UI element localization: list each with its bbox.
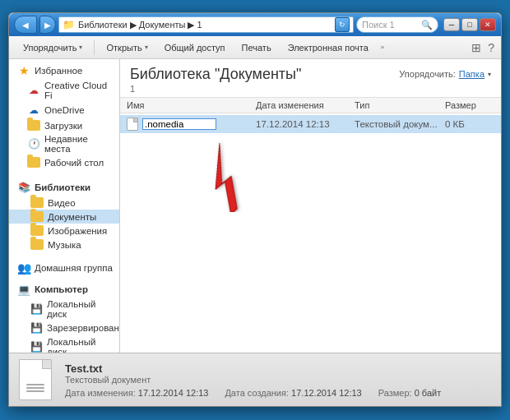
address-text: Библиотеки ▶ Документы ▶ 1 — [78, 20, 332, 30]
sidebar-section-libraries: 📚 Библиотеки — [9, 179, 119, 196]
folder-icon — [30, 197, 44, 208]
file-size: 0 КБ — [445, 119, 494, 129]
status-meta: Дата изменения: 17.12.2014 12:13 Дата со… — [65, 388, 491, 398]
sort-chevron-icon: ▾ — [488, 71, 491, 78]
computer-group: 💻 Компьютер 💾 Локальный диск 💾 Зарезерви… — [9, 281, 119, 353]
sidebar-item-local-disk-1[interactable]: 💾 Локальный диск — [9, 298, 119, 321]
rename-input[interactable] — [142, 118, 216, 130]
sidebar-item-images[interactable]: Изображения — [9, 224, 119, 238]
minimize-button[interactable]: ─ — [443, 18, 460, 31]
sidebar-item-label: Рабочий стол — [44, 158, 104, 168]
email-button[interactable]: Электронная почта — [280, 39, 376, 57]
status-file-line — [26, 390, 44, 392]
status-file-lines — [26, 384, 44, 392]
sidebar-item-documents[interactable]: Документы — [9, 210, 119, 224]
status-file-line — [26, 387, 44, 389]
sidebar-item-label: Creative Cloud Fi — [44, 81, 114, 100]
sidebar-section-label: Компьютер — [35, 284, 88, 294]
refresh-icon: ↻ — [339, 21, 345, 29]
status-filename: Test.txt — [65, 362, 491, 375]
sidebar-item-desktop[interactable]: Рабочий стол — [9, 155, 119, 169]
forward-button[interactable]: ▶ — [39, 16, 56, 34]
sidebar-item-reserved[interactable]: 💾 Зарезервирован... — [9, 321, 119, 335]
folder-icon: 📁 — [63, 19, 75, 30]
window-controls: ─ □ ✕ — [443, 18, 496, 31]
sort-value[interactable]: Папка — [459, 69, 484, 79]
sidebar-item-creative-cloud[interactable]: ☁ Creative Cloud Fi — [9, 79, 119, 102]
statusbar: Test.txt Текстовый документ Дата изменен… — [9, 353, 501, 406]
favorites-group: ★ Избранное ☁ Creative Cloud Fi ☁ OneDri… — [9, 62, 119, 169]
refresh-button[interactable]: ↻ — [335, 17, 350, 32]
sidebar-item-label: Избранное — [35, 66, 82, 76]
sidebar-item-onedrive[interactable]: ☁ OneDrive — [9, 102, 119, 118]
open-button[interactable]: Открыть ▾ — [99, 39, 155, 57]
sidebar-item-label: Локальный диск — [47, 299, 114, 319]
cloud-icon: ☁ — [27, 104, 40, 117]
sidebar-item-music[interactable]: Музыка — [9, 238, 119, 252]
sidebar-section-computer: 💻 Компьютер — [9, 281, 119, 298]
drive-icon: 💾 — [30, 322, 43, 334]
sidebar-item-favorites[interactable]: ★ Избранное — [9, 62, 119, 79]
table-row[interactable]: 17.12.2014 12:13 Текстовый докум... 0 КБ — [120, 115, 501, 133]
star-icon: ★ — [17, 64, 30, 77]
computer-icon: 💻 — [17, 283, 30, 296]
folder-icon — [30, 225, 44, 236]
sort-control: Упорядочить: Папка ▾ — [399, 69, 491, 79]
library-count: 1 — [130, 84, 301, 94]
folder-icon — [27, 157, 40, 168]
sidebar-item-downloads[interactable]: Загрузки — [9, 118, 119, 132]
explorer-window: ◀ ▶ 📁 Библиотеки ▶ Документы ▶ 1 ↻ Поиск… — [8, 12, 502, 407]
sidebar-item-label: Недавние места — [44, 134, 114, 154]
titlebar: ◀ ▶ 📁 Библиотеки ▶ Документы ▶ 1 ↻ Поиск… — [9, 13, 501, 36]
status-file-line — [26, 384, 44, 385]
address-bar[interactable]: 📁 Библиотеки ▶ Документы ▶ 1 ↻ — [58, 16, 354, 33]
help-icon[interactable]: ? — [488, 41, 494, 54]
file-type: Текстовый докум... — [355, 119, 445, 129]
col-header-size[interactable]: Размер — [445, 100, 494, 110]
sidebar-item-homegroup[interactable]: 👥 Домашняя группа — [9, 260, 119, 276]
library-icon: 📚 — [17, 181, 30, 194]
content-header: Библиотека "Документы" 1 Упорядочить: Па… — [120, 59, 501, 98]
search-placeholder: Поиск 1 — [362, 20, 395, 30]
more-icon: » — [381, 44, 384, 51]
back-button[interactable]: ◀ — [14, 16, 37, 34]
close-button[interactable]: ✕ — [480, 18, 496, 31]
sidebar-item-recent[interactable]: 🕐 Недавние места — [9, 132, 119, 155]
status-info: Test.txt Текстовый документ Дата изменен… — [65, 362, 491, 398]
maximize-button[interactable]: □ — [461, 18, 478, 31]
status-date-created: Дата создания: 17.12.2014 12:13 — [225, 388, 361, 398]
main-area: ★ Избранное ☁ Creative Cloud Fi ☁ OneDri… — [9, 59, 501, 353]
content-panel: Библиотека "Документы" 1 Упорядочить: Па… — [120, 59, 501, 353]
arrow-shape — [191, 143, 259, 212]
sidebar-item-label: Изображения — [48, 226, 107, 236]
sidebar-item-label: Локальный диск — [47, 337, 114, 353]
libraries-group: 📚 Библиотеки Видео Документы Изображения — [9, 179, 119, 252]
sidebar-section-label: Библиотеки — [35, 182, 90, 192]
organize-button[interactable]: Упорядочить ▾ — [16, 39, 90, 57]
sidebar-item-video[interactable]: Видео — [9, 196, 119, 210]
folder-icon — [27, 120, 40, 131]
print-button[interactable]: Печать — [234, 39, 279, 57]
file-name-cell — [127, 118, 256, 131]
share-button[interactable]: Общий доступ — [157, 39, 233, 57]
library-title: Библиотека "Документы" — [130, 66, 301, 83]
file-list: 17.12.2014 12:13 Текстовый докум... 0 КБ — [120, 113, 501, 353]
sidebar-item-label: Видео — [48, 198, 76, 208]
column-headers: Имя Дата изменения Тип Размер — [120, 98, 501, 113]
search-bar[interactable]: Поиск 1 🔍 — [356, 16, 438, 33]
back-icon: ◀ — [22, 21, 29, 30]
arrow-container — [169, 138, 268, 215]
col-header-date[interactable]: Дата изменения — [256, 100, 355, 110]
sidebar-item-local-disk-2[interactable]: 💾 Локальный диск — [9, 335, 119, 353]
forward-icon: ▶ — [44, 21, 51, 30]
toolbar-separator — [94, 40, 95, 55]
toolbar: Упорядочить ▾ Открыть ▾ Общий доступ Печ… — [9, 36, 501, 59]
col-header-type[interactable]: Тип — [355, 100, 445, 110]
sort-label: Упорядочить: — [399, 69, 456, 79]
search-icon: 🔍 — [421, 20, 433, 30]
sidebar-item-label: Загрузки — [44, 121, 82, 131]
homegroup-icon: 👥 — [17, 261, 30, 275]
document-icon — [127, 118, 138, 131]
view-icon[interactable]: ⊞ — [471, 41, 481, 54]
col-header-name[interactable]: Имя — [127, 100, 256, 110]
